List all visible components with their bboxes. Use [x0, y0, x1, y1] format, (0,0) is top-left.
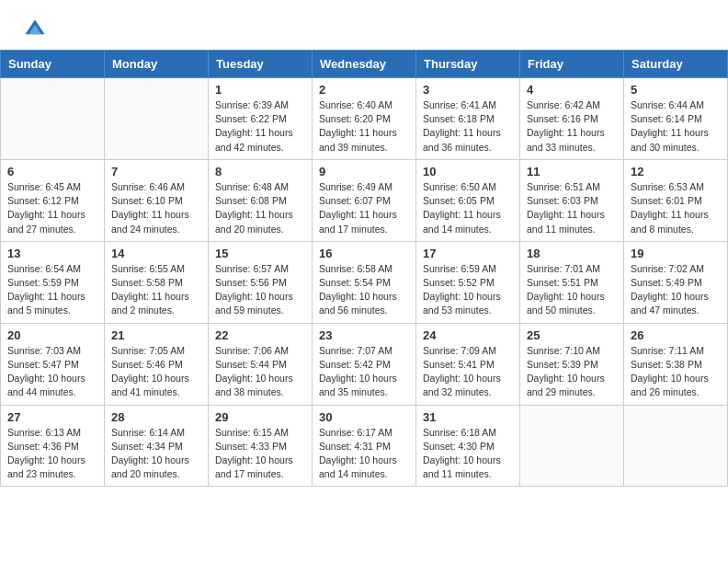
day-info: Sunrise: 6:46 AM Sunset: 6:10 PM Dayligh…: [111, 180, 201, 236]
weekday-header-monday: Monday: [105, 51, 209, 78]
day-number: 6: [7, 165, 97, 178]
day-number: 15: [215, 247, 305, 260]
day-number: 28: [111, 410, 201, 424]
day-number: 18: [527, 247, 617, 260]
calendar-cell: 31Sunrise: 6:18 AM Sunset: 4:30 PM Dayli…: [416, 405, 520, 487]
calendar-cell: [624, 405, 728, 487]
calendar-cell: 3Sunrise: 6:41 AM Sunset: 6:18 PM Daylig…: [416, 78, 520, 160]
day-info: Sunrise: 6:48 AM Sunset: 6:08 PM Dayligh…: [215, 180, 305, 236]
calendar-header-row: SundayMondayTuesdayWednesdayThursdayFrid…: [1, 51, 728, 78]
calendar-week-4: 20Sunrise: 7:03 AM Sunset: 5:47 PM Dayli…: [1, 323, 728, 405]
day-number: 17: [423, 247, 513, 260]
calendar-cell: 14Sunrise: 6:55 AM Sunset: 5:58 PM Dayli…: [105, 241, 209, 323]
day-info: Sunrise: 6:41 AM Sunset: 6:18 PM Dayligh…: [423, 98, 513, 155]
calendar-cell: 7Sunrise: 6:46 AM Sunset: 6:10 PM Daylig…: [105, 159, 209, 241]
day-info: Sunrise: 6:59 AM Sunset: 5:52 PM Dayligh…: [423, 262, 513, 318]
calendar-cell: 20Sunrise: 7:03 AM Sunset: 5:47 PM Dayli…: [1, 323, 105, 405]
logo-icon: [22, 17, 48, 42]
day-info: Sunrise: 6:42 AM Sunset: 6:16 PM Dayligh…: [527, 98, 617, 155]
day-info: Sunrise: 7:05 AM Sunset: 5:46 PM Dayligh…: [111, 344, 201, 400]
calendar-cell: 11Sunrise: 6:51 AM Sunset: 6:03 PM Dayli…: [520, 159, 624, 241]
day-info: Sunrise: 7:03 AM Sunset: 5:47 PM Dayligh…: [7, 344, 97, 400]
day-number: 31: [423, 410, 513, 424]
day-number: 1: [215, 83, 305, 97]
day-number: 30: [319, 410, 409, 424]
day-number: 14: [111, 247, 201, 260]
calendar-cell: 2Sunrise: 6:40 AM Sunset: 6:20 PM Daylig…: [313, 78, 416, 160]
day-info: Sunrise: 7:07 AM Sunset: 5:42 PM Dayligh…: [319, 344, 409, 400]
day-number: 19: [631, 247, 721, 260]
day-number: 4: [527, 83, 617, 97]
calendar-cell: 25Sunrise: 7:10 AM Sunset: 5:39 PM Dayli…: [520, 323, 624, 405]
weekday-header-wednesday: Wednesday: [313, 51, 416, 78]
day-number: 27: [7, 410, 97, 424]
calendar-cell: 15Sunrise: 6:57 AM Sunset: 5:56 PM Dayli…: [209, 241, 313, 323]
day-number: 3: [423, 83, 513, 97]
day-info: Sunrise: 6:18 AM Sunset: 4:30 PM Dayligh…: [423, 426, 513, 482]
day-info: Sunrise: 6:39 AM Sunset: 6:22 PM Dayligh…: [215, 98, 305, 155]
day-info: Sunrise: 7:10 AM Sunset: 5:39 PM Dayligh…: [527, 344, 617, 400]
day-number: 23: [319, 328, 409, 342]
calendar-cell: 8Sunrise: 6:48 AM Sunset: 6:08 PM Daylig…: [209, 159, 313, 241]
day-info: Sunrise: 6:58 AM Sunset: 5:54 PM Dayligh…: [319, 262, 409, 318]
day-number: 20: [7, 328, 97, 342]
day-number: 22: [215, 328, 305, 342]
calendar-cell: 4Sunrise: 6:42 AM Sunset: 6:16 PM Daylig…: [520, 78, 624, 160]
day-number: 13: [7, 247, 97, 260]
calendar-week-1: 1Sunrise: 6:39 AM Sunset: 6:22 PM Daylig…: [1, 78, 728, 160]
day-number: 24: [423, 328, 513, 342]
calendar-cell: 16Sunrise: 6:58 AM Sunset: 5:54 PM Dayli…: [313, 241, 416, 323]
day-number: 2: [319, 83, 409, 97]
day-number: 9: [319, 165, 409, 178]
day-number: 29: [215, 410, 305, 424]
day-info: Sunrise: 7:06 AM Sunset: 5:44 PM Dayligh…: [215, 344, 305, 400]
day-info: Sunrise: 7:09 AM Sunset: 5:41 PM Dayligh…: [423, 344, 513, 400]
logo: [22, 17, 51, 42]
calendar-table: SundayMondayTuesdayWednesdayThursdayFrid…: [0, 50, 728, 487]
day-number: 21: [111, 328, 201, 342]
calendar-week-3: 13Sunrise: 6:54 AM Sunset: 5:59 PM Dayli…: [1, 241, 728, 323]
day-info: Sunrise: 7:02 AM Sunset: 5:49 PM Dayligh…: [631, 262, 721, 318]
calendar-cell: 22Sunrise: 7:06 AM Sunset: 5:44 PM Dayli…: [209, 323, 313, 405]
day-info: Sunrise: 6:14 AM Sunset: 4:34 PM Dayligh…: [111, 426, 201, 482]
day-info: Sunrise: 6:57 AM Sunset: 5:56 PM Dayligh…: [215, 262, 305, 318]
calendar-cell: 1Sunrise: 6:39 AM Sunset: 6:22 PM Daylig…: [209, 78, 313, 160]
day-number: 7: [111, 165, 201, 178]
day-info: Sunrise: 7:01 AM Sunset: 5:51 PM Dayligh…: [527, 262, 617, 318]
weekday-header-friday: Friday: [520, 51, 624, 78]
day-number: 26: [631, 328, 721, 342]
weekday-header-sunday: Sunday: [1, 51, 105, 78]
day-info: Sunrise: 6:15 AM Sunset: 4:33 PM Dayligh…: [215, 426, 305, 482]
day-info: Sunrise: 6:54 AM Sunset: 5:59 PM Dayligh…: [7, 262, 97, 318]
calendar-cell: 26Sunrise: 7:11 AM Sunset: 5:38 PM Dayli…: [624, 323, 728, 405]
day-number: 10: [423, 165, 513, 178]
day-info: Sunrise: 6:55 AM Sunset: 5:58 PM Dayligh…: [111, 262, 201, 318]
calendar-cell: 18Sunrise: 7:01 AM Sunset: 5:51 PM Dayli…: [520, 241, 624, 323]
page-header: [0, 0, 728, 50]
day-info: Sunrise: 6:49 AM Sunset: 6:07 PM Dayligh…: [319, 180, 409, 236]
calendar-cell: 27Sunrise: 6:13 AM Sunset: 4:36 PM Dayli…: [1, 405, 105, 487]
calendar-cell: 10Sunrise: 6:50 AM Sunset: 6:05 PM Dayli…: [416, 159, 520, 241]
day-info: Sunrise: 6:51 AM Sunset: 6:03 PM Dayligh…: [527, 180, 617, 236]
calendar-cell: 12Sunrise: 6:53 AM Sunset: 6:01 PM Dayli…: [624, 159, 728, 241]
day-info: Sunrise: 6:44 AM Sunset: 6:14 PM Dayligh…: [631, 98, 721, 155]
day-number: 5: [631, 83, 721, 97]
day-info: Sunrise: 6:17 AM Sunset: 4:31 PM Dayligh…: [319, 426, 409, 482]
calendar-wrapper: SundayMondayTuesdayWednesdayThursdayFrid…: [0, 50, 728, 487]
day-info: Sunrise: 6:45 AM Sunset: 6:12 PM Dayligh…: [7, 180, 97, 236]
calendar-cell: [520, 405, 624, 487]
weekday-header-saturday: Saturday: [624, 51, 728, 78]
calendar-week-2: 6Sunrise: 6:45 AM Sunset: 6:12 PM Daylig…: [1, 159, 728, 241]
calendar-cell: 5Sunrise: 6:44 AM Sunset: 6:14 PM Daylig…: [624, 78, 728, 160]
day-info: Sunrise: 6:53 AM Sunset: 6:01 PM Dayligh…: [631, 180, 721, 236]
calendar-cell: 23Sunrise: 7:07 AM Sunset: 5:42 PM Dayli…: [313, 323, 416, 405]
calendar-cell: 9Sunrise: 6:49 AM Sunset: 6:07 PM Daylig…: [313, 159, 416, 241]
day-number: 16: [319, 247, 409, 260]
calendar-cell: 29Sunrise: 6:15 AM Sunset: 4:33 PM Dayli…: [209, 405, 313, 487]
calendar-cell: 21Sunrise: 7:05 AM Sunset: 5:46 PM Dayli…: [105, 323, 209, 405]
calendar-cell: 6Sunrise: 6:45 AM Sunset: 6:12 PM Daylig…: [1, 159, 105, 241]
calendar-cell: 28Sunrise: 6:14 AM Sunset: 4:34 PM Dayli…: [105, 405, 209, 487]
day-number: 12: [631, 165, 721, 178]
day-number: 11: [527, 165, 617, 178]
weekday-header-thursday: Thursday: [416, 51, 520, 78]
